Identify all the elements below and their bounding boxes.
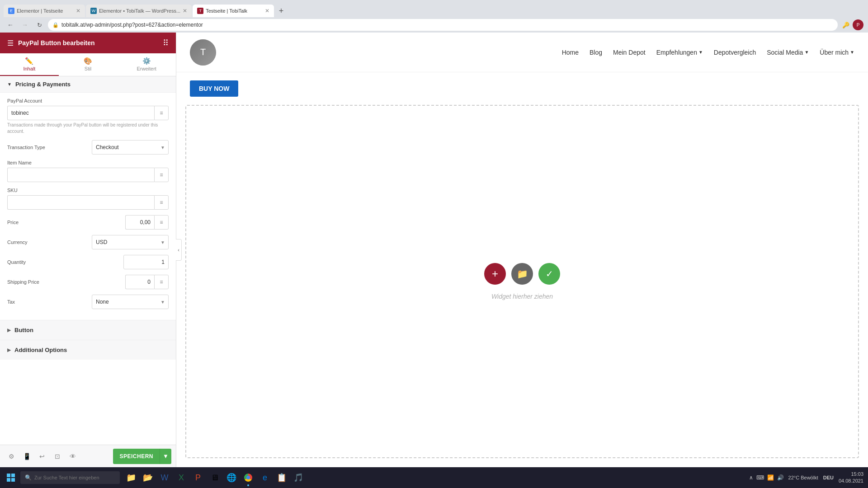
button-section-label: Button [14,327,33,333]
save-button[interactable]: SPEICHERN [113,449,160,464]
taskbar-search-input[interactable] [34,475,111,480]
transaction-type-field: Transaction Type Checkout Add to Cart Do… [7,140,169,155]
item-name-input[interactable] [7,168,154,182]
taskbar-app-10[interactable]: 🎵 [290,468,307,488]
price-input[interactable] [125,215,154,230]
taskbar-app-edge[interactable]: e [257,468,273,488]
taskbar-app-filemanager[interactable]: 📂 [140,468,156,488]
panel-collapse-arrow[interactable]: ‹ [176,239,182,261]
taskbar-search[interactable]: 🔍 [20,471,120,484]
tab-2[interactable]: W Elementor • TobiTalk — WordPress... ✕ [86,5,192,17]
extensions-icon[interactable]: 🔑 [840,19,851,30]
address-text: tobitalk.at/wp-admin/post.php?post=627&a… [61,22,203,28]
taskbar-app-5[interactable]: 🖥 [207,468,223,488]
preview-bottom-icon[interactable]: ⊡ [51,450,64,463]
tab-1[interactable]: E Elementor | Testseite ✕ [4,5,85,17]
settings-bottom-icon[interactable]: ⚙ [5,450,18,463]
nav-back-button[interactable]: ← [5,19,16,31]
tray-datetime[interactable]: 15:03 04.08.2021 [837,471,865,485]
save-extra-button[interactable]: ▼ [160,449,171,464]
tray-up-icon[interactable]: ∧ [748,474,754,481]
taskbar-tray: ∧ ⌨ 📶 🔊 22°C Bewölkt DEU 15:03 04.08.202… [748,471,865,485]
tab-erweitert[interactable]: ⚙️ Erweitert [117,53,176,76]
shipping-price-input[interactable] [125,275,154,289]
nav-forward-button[interactable]: → [19,19,31,31]
tray-time: 15:03 [839,471,863,478]
taskbar-app-explorer[interactable]: 📁 [123,468,139,488]
widget-drop-area[interactable]: + 📁 ✓ Widget hierher ziehen [185,105,859,458]
panel-title: PayPal Button bearbeiten [18,39,95,47]
sku-field: SKU ≡ [7,188,169,210]
paypal-account-input[interactable] [7,106,154,120]
transaction-type-label: Transaction Type [7,145,45,150]
buy-now-button[interactable]: BUY NOW [190,80,238,97]
preview-area: T Home Blog Mein Depot Empfehlungen ▼ De… [176,33,868,467]
nav-empfehlungen[interactable]: Empfehlungen ▼ [656,49,703,56]
taskbar-app-word[interactable]: W [156,468,173,488]
taskbar-apps: 📁 📂 W X P 🖥 🌐 e 📋 [123,468,307,488]
template-icon[interactable]: ✓ [538,263,560,285]
tab-3-close[interactable]: ✕ [265,8,269,14]
nav-social-media[interactable]: Social Media ▼ [767,49,809,56]
tab-1-close[interactable]: ✕ [76,8,80,14]
tray-wifi-icon[interactable]: 📶 [766,474,775,481]
taskbar-app-6[interactable]: 🌐 [223,468,240,488]
eye-bottom-icon[interactable]: 👁 [66,450,80,463]
tab-stil[interactable]: 🎨 Stil [59,53,118,76]
grid-icon[interactable]: ⠿ [163,38,169,48]
sku-label: SKU [7,188,169,193]
address-bar[interactable]: 🔒 tobitalk.at/wp-admin/post.php?post=627… [48,19,838,31]
folder-icon[interactable]: 📁 [511,263,533,285]
browser-chrome: E Elementor | Testseite ✕ W Elementor • … [0,0,868,33]
elementor-panel: ☰ PayPal Button bearbeiten ⠿ ✏️ Inhalt 🎨… [0,33,176,467]
tab-2-label: Elementor • TobiTalk — WordPress... [99,8,180,14]
shipping-price-db-icon[interactable]: ≡ [154,275,169,289]
tray-lang: DEU [822,475,835,480]
nav-home[interactable]: Home [562,49,579,56]
price-db-icon[interactable]: ≡ [154,215,169,230]
history-bottom-icon[interactable]: ↩ [35,450,49,463]
nav-blog[interactable]: Blog [590,49,602,56]
tax-label: Tax [7,299,15,305]
tab-1-label: Elementor | Testseite [17,8,74,14]
nav-mein-depot[interactable]: Mein Depot [613,49,646,56]
hamburger-icon[interactable]: ☰ [7,39,14,47]
responsive-bottom-icon[interactable]: 📱 [20,450,33,463]
taskbar-app-9[interactable]: 📋 [274,468,290,488]
taskbar-app-excel[interactable]: X [173,468,189,488]
button-section-header[interactable]: ▶ Button [0,320,176,340]
tab-inhalt[interactable]: ✏️ Inhalt [0,53,59,76]
tray-keyboard-icon[interactable]: ⌨ [755,474,765,481]
start-button[interactable] [3,469,19,486]
quantity-input[interactable] [123,255,169,269]
tray-volume-icon[interactable]: 🔊 [776,474,785,481]
pricing-payments-section: ▼ Pricing & Payments PayPal Account ≡ Tr… [0,76,176,320]
paypal-account-db-icon[interactable]: ≡ [154,106,169,120]
sku-input[interactable] [7,195,154,210]
add-widget-icon[interactable]: + [484,263,506,285]
tray-icons: ∧ ⌨ 📶 🔊 [748,474,785,481]
transaction-type-select[interactable]: Checkout Add to Cart Donation Subscripti… [92,140,169,155]
nav-reload-button[interactable]: ↻ [33,19,45,31]
chevron-down-icon: ▼ [7,82,12,87]
currency-select[interactable]: USD EUR GBP AUD CAD [92,235,169,249]
pricing-section-header[interactable]: ▼ Pricing & Payments [0,76,176,93]
item-name-field: Item Name ≡ [7,160,169,182]
nav-ueber-mich[interactable]: Über mich ▼ [820,49,854,56]
quantity-field: Quantity [7,255,169,269]
item-name-db-icon[interactable]: ≡ [154,168,169,182]
tab-3[interactable]: T Testseite | TobiTalk ✕ [193,5,274,17]
lock-icon: 🔒 [52,22,59,28]
tax-select[interactable]: None 5% 10% 20% [92,295,169,309]
additional-options-section-header[interactable]: ▶ Additional Options [0,340,176,360]
panel-header: ☰ PayPal Button bearbeiten ⠿ [0,33,176,53]
sku-db-icon[interactable]: ≡ [154,195,169,210]
taskbar-app-chrome[interactable] [240,468,256,488]
tab-2-close[interactable]: ✕ [183,8,187,14]
widget-drop-text: Widget hierher ziehen [491,293,553,300]
profile-icon[interactable]: P [853,19,863,30]
nav-depotvergleich[interactable]: Depotvergleich [714,49,756,56]
paypal-account-field: PayPal Account ≡ Transactions made throu… [7,98,169,135]
new-tab-button[interactable]: + [275,5,288,17]
taskbar-app-powerpoint[interactable]: P [190,468,206,488]
